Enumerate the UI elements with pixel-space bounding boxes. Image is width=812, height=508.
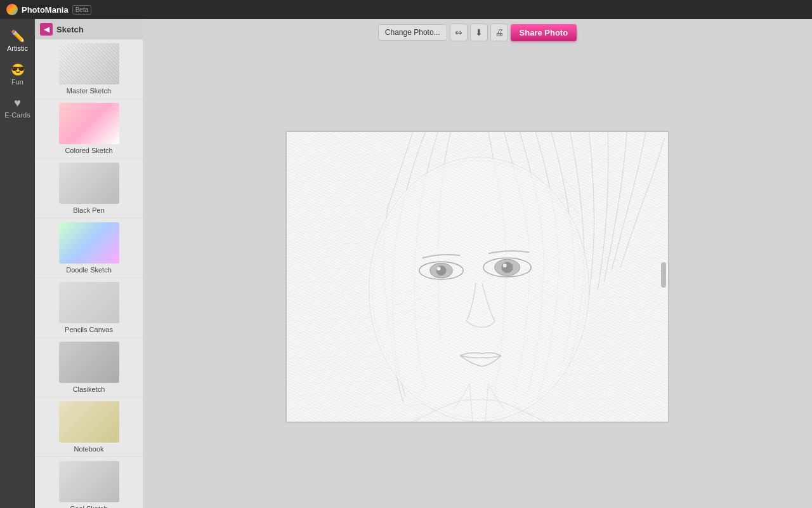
effect-label-doodle-sketch: Doodle Sketch [66, 266, 112, 274]
effect-item-coal-sketch[interactable]: Coal Sketch [35, 457, 143, 508]
effect-thumb-inner-master-sketch [59, 43, 119, 84]
svg-line-32 [287, 132, 501, 346]
svg-line-70 [564, 179, 586, 201]
svg-line-45 [542, 296, 667, 422]
svg-point-59 [503, 264, 507, 267]
svg-line-47 [592, 346, 667, 422]
svg-line-41 [442, 195, 668, 422]
svg-point-53 [430, 263, 453, 278]
embed-icon: ⇔ [455, 27, 462, 37]
toolbar: Change Photo... ⇔ ⬇ 🖨 Share Photo [143, 19, 812, 46]
svg-point-58 [502, 262, 513, 273]
svg-line-6 [287, 195, 668, 208]
svg-line-48 [617, 371, 667, 422]
main-layout: ✏️ Artistic 😎 Fun ♥ E-Cards ◀ Sketch Mas… [0, 19, 812, 508]
category-name: Sketch [56, 25, 84, 34]
svg-line-68 [551, 182, 577, 208]
logo-icon [6, 4, 18, 15]
svg-line-25 [287, 132, 325, 170]
logo-text: PhotoMania [22, 5, 69, 15]
svg-line-28 [287, 132, 400, 245]
effect-label-pencils-canvas: Pencils Canvas [65, 326, 113, 333]
collapse-icon: ◀ [44, 25, 49, 34]
svg-line-64 [539, 280, 570, 293]
sidebar-item-label-ecards: E-Cards [4, 111, 30, 119]
scroll-handle[interactable] [661, 262, 666, 288]
svg-point-57 [495, 259, 520, 276]
svg-line-30 [287, 132, 451, 296]
effect-label-colored-sketch: Colored Sketch [65, 147, 112, 154]
effect-thumb-inner-clasiketch [59, 342, 119, 383]
svg-line-9 [287, 233, 668, 246]
effect-label-black-pen: Black Pen [73, 206, 105, 214]
svg-line-60 [394, 283, 438, 296]
effect-item-black-pen[interactable]: Black Pen [35, 159, 143, 218]
sidebar-item-artistic[interactable]: ✏️ Artistic [0, 25, 35, 56]
svg-line-7 [287, 208, 668, 220]
effect-thumb-inner-notebook [59, 401, 119, 443]
svg-point-52 [419, 262, 463, 279]
ecards-icon: ♥ [14, 97, 21, 110]
svg-point-50 [369, 157, 589, 422]
svg-line-34 [287, 132, 551, 396]
effects-list[interactable]: Master SketchColored SketchBlack PenDood… [35, 39, 143, 508]
effect-thumb-inner-pencils-canvas [59, 282, 119, 323]
canvas-container [143, 46, 812, 508]
print-icon: 🖨 [495, 27, 504, 37]
svg-line-37 [337, 132, 627, 422]
change-photo-button[interactable]: Change Photo... [378, 24, 447, 41]
sketch-canvas [285, 131, 669, 423]
svg-line-63 [391, 316, 433, 324]
svg-line-2 [287, 145, 668, 157]
collapse-button[interactable]: ◀ [40, 23, 53, 36]
effect-item-colored-sketch[interactable]: Colored Sketch [35, 99, 143, 159]
svg-line-42 [466, 220, 667, 422]
sidebar-item-label-artistic: Artistic [7, 44, 28, 52]
svg-line-5 [287, 182, 668, 195]
svg-line-29 [287, 132, 426, 271]
beta-badge: Beta [72, 5, 92, 15]
print-button[interactable]: 🖨 [490, 23, 508, 41]
sidebar-item-fun[interactable]: 😎 Fun [0, 59, 35, 90]
svg-line-18 [287, 346, 668, 359]
svg-line-11 [287, 258, 668, 271]
svg-line-67 [534, 309, 567, 323]
download-button[interactable]: ⬇ [470, 23, 488, 41]
effect-item-clasiketch[interactable]: Clasiketch [35, 338, 143, 398]
effects-panel: ◀ Sketch Master SketchColored SketchBlac… [35, 19, 143, 508]
svg-line-19 [287, 359, 668, 371]
svg-line-22 [287, 396, 668, 409]
svg-point-51 [372, 161, 586, 418]
effects-header: ◀ Sketch [35, 19, 143, 39]
svg-line-40 [416, 170, 668, 422]
effect-item-doodle-sketch[interactable]: Doodle Sketch [35, 218, 143, 278]
svg-line-31 [287, 132, 476, 321]
svg-rect-0 [287, 132, 668, 422]
effect-thumb-notebook [59, 401, 119, 443]
effect-thumb-inner-black-pen [59, 163, 119, 204]
svg-line-49 [643, 396, 668, 422]
svg-point-54 [436, 265, 447, 276]
svg-line-27 [287, 132, 376, 220]
effect-item-master-sketch[interactable]: Master Sketch [35, 39, 143, 99]
effect-label-master-sketch: Master Sketch [67, 87, 111, 95]
sidebar-item-ecards[interactable]: ♥ E-Cards [0, 93, 35, 123]
svg-line-8 [287, 220, 668, 233]
effect-label-coal-sketch: Coal Sketch [70, 505, 107, 508]
svg-line-15 [287, 309, 668, 321]
share-photo-button[interactable]: Share Photo [511, 24, 577, 41]
effect-label-notebook: Notebook [74, 445, 103, 453]
svg-line-39 [391, 145, 667, 422]
effect-item-notebook[interactable]: Notebook [35, 398, 143, 457]
svg-line-14 [287, 296, 668, 309]
artistic-icon: ✏️ [11, 29, 25, 43]
embed-button[interactable]: ⇔ [450, 23, 468, 41]
svg-line-35 [287, 132, 577, 422]
svg-line-43 [492, 245, 668, 422]
effect-item-pencils-canvas[interactable]: Pencils Canvas [35, 278, 143, 338]
svg-point-56 [483, 258, 531, 277]
effect-thumb-inner-coal-sketch [59, 461, 119, 502]
svg-line-16 [287, 321, 668, 333]
effect-thumb-inner-doodle-sketch [59, 222, 119, 264]
svg-point-55 [437, 267, 441, 271]
